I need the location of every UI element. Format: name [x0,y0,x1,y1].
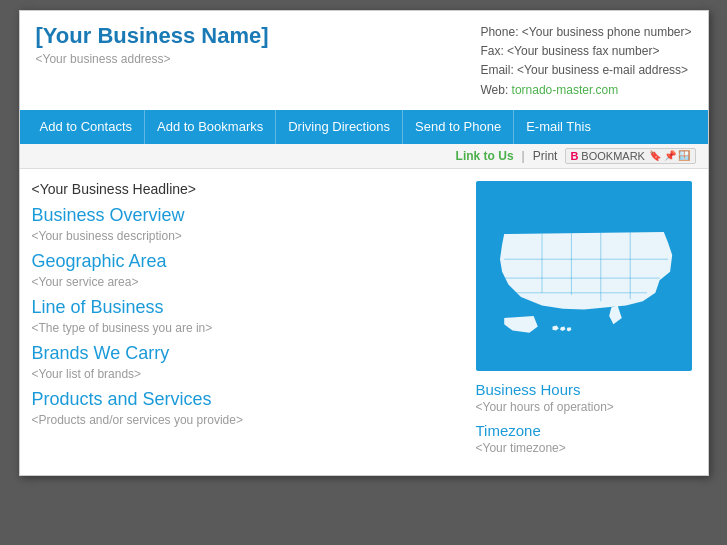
email-info: Email: <Your business e-mail address> [480,61,691,80]
print-button[interactable]: Print [533,149,558,163]
nav-driving-directions[interactable]: Driving Directions [275,110,402,144]
section-desc-1: <Your service area> [32,275,462,289]
section-desc-4: <Products and/or services you provide> [32,413,462,427]
page-wrapper: [Your Business Name] <Your business addr… [19,10,709,476]
us-map [476,181,692,371]
bookmark-icons: 🔖 📌 🪟 [649,150,691,161]
section-title-3: Brands We Carry [32,343,462,364]
business-address: <Your business address> [36,52,269,66]
bookmark-badge[interactable]: B BOOKMARK 🔖 📌 🪟 [565,148,695,164]
web-label: Web: [480,83,511,97]
section-title-1: Geographic Area [32,251,462,272]
bookmark-label: BOOKMARK [581,150,645,162]
toolbar-separator: | [522,149,525,163]
toolbar: Link to Us | Print B BOOKMARK 🔖 📌 🪟 [20,144,708,169]
web-link[interactable]: tornado-master.com [512,83,619,97]
phone-info: Phone: <Your business phone number> [480,23,691,42]
bookmark-icon: B [570,150,578,162]
web-info: Web: tornado-master.com [480,81,691,100]
fax-info: Fax: <Your business fax number> [480,42,691,61]
sidebar-section-title-1: Timezone [476,422,696,439]
us-map-svg [479,186,689,366]
content-right: Business Hours <Your hours of operation>… [476,181,696,463]
navbar: Add to Contacts Add to Bookmarks Driving… [20,110,708,144]
sidebar-section-desc-1: <Your timezone> [476,441,696,455]
header-left: [Your Business Name] <Your business addr… [36,23,269,100]
sidebar-section-desc-0: <Your hours of operation> [476,400,696,414]
business-name: [Your Business Name] [36,23,269,49]
content-left: <Your Business Headline> Business Overvi… [32,181,462,463]
link-us-button[interactable]: Link to Us [456,149,514,163]
section-desc-3: <Your list of brands> [32,367,462,381]
nav-email-this[interactable]: E-mail This [513,110,603,144]
section-desc-0: <Your business description> [32,229,462,243]
section-title-0: Business Overview [32,205,462,226]
section-title-2: Line of Business [32,297,462,318]
nav-send-phone[interactable]: Send to Phone [402,110,513,144]
main-content: <Your Business Headline> Business Overvi… [20,169,708,475]
nav-add-bookmarks[interactable]: Add to Bookmarks [144,110,275,144]
section-desc-2: <The type of business you are in> [32,321,462,335]
page-header: [Your Business Name] <Your business addr… [20,11,708,110]
header-right: Phone: <Your business phone number> Fax:… [480,23,691,100]
sidebar-section-title-0: Business Hours [476,381,696,398]
business-headline: <Your Business Headline> [32,181,462,197]
nav-add-contacts[interactable]: Add to Contacts [28,110,145,144]
section-title-4: Products and Services [32,389,462,410]
